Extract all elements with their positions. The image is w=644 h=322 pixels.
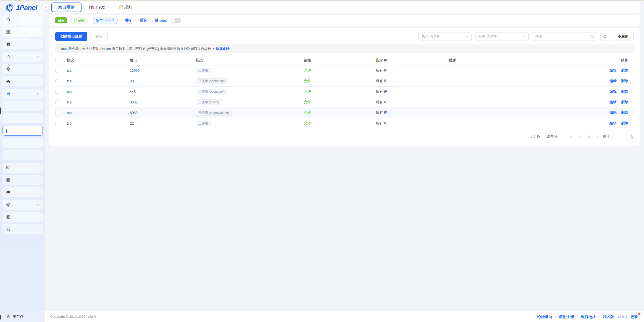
chevron-down-icon	[36, 55, 39, 58]
sidebar-item-toolbox[interactable]	[3, 187, 43, 197]
chevron-down-icon	[36, 43, 39, 46]
cell-ip: 所有 IP	[376, 118, 449, 129]
sidebar-item-panel-settings[interactable]	[3, 224, 43, 234]
sidebar-item-log-audit[interactable]	[3, 212, 43, 222]
page-footer: Copyright © 2014-2025 飞致云 论坛求助使用手册项目地址社区…	[45, 311, 644, 322]
row-checkbox[interactable]	[55, 69, 59, 73]
sidebar-item-process[interactable]	[3, 138, 43, 148]
table-row: tcp13006已使用允许所有 IP编辑删除	[55, 65, 634, 76]
delete-link[interactable]: 删除	[621, 68, 628, 72]
sidebar-item-ssh[interactable]	[3, 150, 43, 160]
chevron-down-icon	[569, 135, 572, 138]
col-actions: 操作	[586, 56, 634, 65]
sidebar-item-firewall[interactable]	[3, 126, 43, 136]
col-status: 状态	[196, 56, 304, 65]
footer-link-user-manual[interactable]: 使用手册	[559, 314, 574, 319]
search-input[interactable]	[535, 34, 590, 39]
cell-protocol: tcp	[67, 86, 130, 97]
firewall-status-bar: ufw 已启用 版本: 0.36.2 关闭 重启 禁 ping	[49, 15, 640, 26]
col-protocol: 协议	[67, 56, 130, 65]
row-checkbox[interactable]	[55, 90, 59, 94]
row-checkbox[interactable]	[55, 122, 59, 125]
ping-toggle[interactable]	[171, 18, 181, 23]
window-top-edge	[0, 0, 644, 1]
row-checkbox[interactable]	[55, 100, 59, 104]
tab-port-rules[interactable]: 端口规则	[51, 3, 82, 12]
prev-page-button[interactable]	[578, 135, 583, 138]
footer-link-forum-help[interactable]: 论坛求助	[537, 314, 552, 319]
create-port-rule-button[interactable]: 创建端口规则	[55, 32, 87, 41]
row-checkbox[interactable]	[55, 111, 59, 115]
delete-link[interactable]: 删除	[621, 79, 628, 83]
sidebar-footer-node[interactable]: 主节点	[0, 311, 45, 322]
cell-protocol: tcp	[67, 76, 130, 86]
edit-link[interactable]: 编辑	[610, 68, 617, 72]
sidebar-item-database[interactable]	[3, 64, 43, 74]
cell-port: 22	[130, 118, 196, 129]
delete-link[interactable]: 删除	[621, 100, 628, 104]
chevron-left-icon	[44, 6, 47, 9]
selected-marker	[6, 129, 7, 133]
chevron-right-icon	[595, 135, 599, 138]
sidebar-item-terminal[interactable]	[3, 163, 43, 173]
delete-link[interactable]: 删除	[621, 89, 628, 93]
sidebar-item-monitor[interactable]	[3, 113, 43, 123]
sidebar-item-advanced[interactable]	[3, 200, 43, 210]
website-icon	[6, 42, 11, 47]
edit-link[interactable]: 编辑	[610, 89, 617, 93]
logo[interactable]: 1Panel	[0, 0, 45, 15]
version-text: v2.0.1	[617, 315, 627, 319]
status-enabled-pill: 已启用	[70, 17, 88, 24]
sidebar-collapse-button[interactable]	[42, 4, 49, 11]
node-label: 主节点	[13, 314, 23, 319]
next-page-button[interactable]	[594, 135, 600, 138]
status-filter-select[interactable]: 状态 请选择	[418, 32, 472, 41]
edit-link[interactable]: 编辑	[610, 79, 617, 83]
goto-page-input[interactable]	[613, 133, 627, 141]
sidebar-item-overview[interactable]	[3, 15, 43, 25]
delete-link[interactable]: 删除	[621, 111, 628, 115]
no-refresh-button[interactable]: 不刷新	[613, 32, 634, 41]
cell-description	[449, 97, 586, 108]
status-badge: 已使用 (mysql)	[196, 99, 222, 105]
cell-description	[449, 118, 586, 129]
cell-ip: 所有 IP	[376, 86, 449, 97]
tab-port-forward[interactable]: 端口转发	[83, 3, 112, 12]
sidebar-item-app-store[interactable]	[3, 27, 43, 37]
cell-protocol: tcp	[67, 118, 130, 129]
cell-port: 8089	[130, 108, 196, 118]
delete-link[interactable]: 删除	[621, 121, 628, 125]
chevron-down-icon	[36, 203, 39, 206]
row-checkbox[interactable]	[55, 79, 59, 83]
refresh-button[interactable]	[600, 32, 609, 41]
edit-link[interactable]: 编辑	[610, 111, 617, 115]
table-row: tcp3306已使用 (mysql)允许所有 IP编辑删除	[55, 97, 634, 108]
stop-firewall-link[interactable]: 关闭	[125, 18, 133, 23]
status-filter-placeholder: 状态 请选择	[422, 34, 465, 39]
tab-ip-rules[interactable]: IP 规则	[113, 3, 139, 12]
cell-description	[449, 76, 586, 86]
update-link[interactable]: 更新	[630, 314, 638, 319]
status-badge: 已使用 (openresty)	[196, 89, 227, 95]
ai-icon	[6, 54, 11, 59]
policy-filter-select[interactable]: 策略 请选择	[475, 32, 529, 41]
sidebar-item-files[interactable]	[3, 101, 43, 111]
sidebar-item-cronjob[interactable]	[3, 175, 43, 185]
sidebar-item-ai[interactable]	[3, 52, 43, 62]
footer-link-project-site[interactable]: 项目地址	[581, 314, 596, 319]
docker-firewall-alert: Linux 防火墙 ufw 无法禁用 Docker 端口映射，应用可以在 [已安…	[55, 44, 634, 53]
restart-firewall-link[interactable]: 重启	[140, 18, 147, 23]
table-header-row: 协议 端口 状态 策略 指定 IP 描述 操作	[55, 56, 634, 65]
sidebar-item-system[interactable]	[3, 89, 43, 99]
delete-button[interactable]: 删除	[90, 32, 108, 41]
sidebar-item-website[interactable]	[3, 39, 43, 49]
page-size-select[interactable]: 10条/页	[543, 133, 575, 141]
quick-jump-link[interactable]: 快速跳转	[212, 47, 229, 51]
edition-link[interactable]: 社区版	[603, 314, 614, 319]
current-page[interactable]: 1	[586, 135, 591, 139]
edit-link[interactable]: 编辑	[610, 121, 617, 125]
select-all-checkbox[interactable]	[55, 59, 59, 62]
sidebar-item-container[interactable]	[3, 76, 43, 86]
edit-link[interactable]: 编辑	[610, 100, 617, 104]
toolbox-icon	[6, 190, 11, 195]
